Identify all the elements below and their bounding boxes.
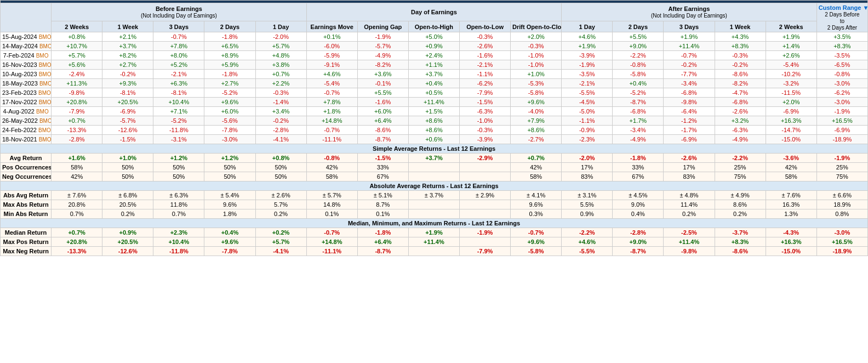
table-cell: +5.6% bbox=[52, 60, 102, 70]
table-cell: +9.0% bbox=[613, 42, 664, 51]
table-cell: 11.4% bbox=[664, 200, 715, 209]
table-cell: +4.6% bbox=[562, 32, 613, 42]
table-cell: ± 6.3% bbox=[153, 191, 204, 200]
table-cell: -4.7% bbox=[715, 88, 766, 98]
table-cell: +8.6% bbox=[511, 126, 562, 135]
table-cell: +5.5% bbox=[613, 32, 664, 42]
min-abs-row: Min Abs Return0.7%0.2%0.7%1.8%0.2%0.1%0.… bbox=[1, 209, 868, 219]
abs-avg-header: Absolute Average Returns - Last 12 Earni… bbox=[1, 182, 868, 191]
table-cell: ± 2.9% bbox=[459, 191, 510, 200]
table-cell: -2.6% bbox=[459, 42, 510, 51]
table-cell: +0.9% bbox=[102, 228, 153, 237]
table-cell: 50% bbox=[204, 172, 255, 182]
table-cell: ± 2.6% bbox=[255, 191, 306, 200]
table-cell: -0.3% bbox=[511, 42, 562, 51]
table-cell: -6.0% bbox=[306, 42, 357, 51]
table-cell: ± 4.1% bbox=[511, 191, 562, 200]
custom-range-header[interactable]: Custom Range ▼ 2 Days Beforeto2 Days Aft… bbox=[816, 3, 867, 32]
date-cell: 16-Nov-2023 BMO bbox=[1, 60, 52, 70]
table-cell: 18.9% bbox=[816, 200, 867, 209]
table-cell: 42% bbox=[766, 163, 816, 172]
table-cell: -5.5% bbox=[562, 247, 613, 256]
table-row: 26-May-2022 BMO+0.7%-5.7%-5.2%-5.6%-0.2%… bbox=[1, 116, 868, 126]
table-cell: +5.7% bbox=[255, 237, 306, 247]
avg-return-row: Avg Return+1.6%+1.0%+1.2%+1.2%+0.8%-0.8%… bbox=[1, 154, 868, 163]
table-cell: -3.9% bbox=[562, 51, 613, 60]
table-cell: -12.6% bbox=[102, 247, 153, 256]
date-cell: 7-Feb-2024 BMO bbox=[1, 51, 52, 60]
table-cell: -1.0% bbox=[511, 60, 562, 70]
table-cell: +9.6% bbox=[204, 98, 255, 107]
table-cell: 83% bbox=[562, 172, 613, 182]
custom-range-link[interactable]: Custom Range ▼ bbox=[819, 4, 868, 11]
table-cell: -5.2% bbox=[204, 88, 255, 98]
table-cell: +1.2% bbox=[204, 154, 255, 163]
table-cell: +1.9% bbox=[408, 228, 459, 237]
table-cell: -9.1% bbox=[306, 60, 357, 70]
table-cell bbox=[408, 200, 459, 209]
table-cell: -7.9% bbox=[52, 107, 102, 116]
pos-occ-row: Pos Occurrences58%50%50%50%50%42%33%42%1… bbox=[1, 163, 868, 172]
table-cell: +1.0% bbox=[102, 154, 153, 163]
table-cell: -0.3% bbox=[255, 88, 306, 98]
table-cell: -5.7% bbox=[102, 116, 153, 126]
table-cell: +6.3% bbox=[153, 79, 204, 88]
table-cell: +2.0% bbox=[511, 32, 562, 42]
table-cell: +5.9% bbox=[204, 60, 255, 70]
col-before-1d: 1 Day bbox=[255, 21, 306, 32]
max-pos-row: Max Pos Return+20.8%+20.5%+10.4%+9.6%+5.… bbox=[1, 237, 868, 247]
table-cell: +3.7% bbox=[102, 42, 153, 51]
table-cell: 0.7% bbox=[52, 209, 102, 219]
table-cell: +4.6% bbox=[562, 237, 613, 247]
table-cell: -2.0% bbox=[255, 32, 306, 42]
table-cell: ± 5.4% bbox=[204, 191, 255, 200]
table-cell: +0.6% bbox=[408, 135, 459, 144]
table-row: 15-Aug-2024 BMO+0.8%+2.1%-0.7%-1.8%-2.0%… bbox=[1, 32, 868, 42]
table-cell: -3.0% bbox=[816, 228, 867, 237]
table-cell: +7.9% bbox=[511, 116, 562, 126]
date-cell: 23-Feb-2023 BMO bbox=[1, 88, 52, 98]
table-cell: -1.4% bbox=[255, 98, 306, 107]
table-cell: -3.0% bbox=[816, 79, 867, 88]
table-cell: 0.2% bbox=[664, 209, 715, 219]
table-cell: -7.8% bbox=[204, 247, 255, 256]
table-cell: -12.6% bbox=[102, 126, 153, 135]
table-row: 10-Aug-2023 BMO-2.4%-0.2%-2.1%-1.8%+0.7%… bbox=[1, 70, 868, 79]
col-before-1w: 1 Week bbox=[102, 21, 153, 32]
table-cell: 75% bbox=[816, 172, 867, 182]
table-cell: -6.3% bbox=[715, 126, 766, 135]
table-cell: -3.1% bbox=[153, 135, 204, 144]
col-after-2w: 2 Weeks bbox=[766, 21, 816, 32]
table-cell: -3.7% bbox=[715, 228, 766, 237]
table-cell: -1.7% bbox=[664, 126, 715, 135]
col-before-3d: 3 Days bbox=[153, 21, 204, 32]
table-cell: 50% bbox=[102, 172, 153, 182]
table-cell: +2.3% bbox=[153, 228, 204, 237]
table-cell: -8.2% bbox=[357, 60, 408, 70]
table-cell: +0.5% bbox=[408, 88, 459, 98]
table-cell: +6.0% bbox=[204, 107, 255, 116]
col-drift: Drift Open-to-Close bbox=[511, 21, 562, 32]
table-cell: -0.2% bbox=[715, 60, 766, 70]
table-cell: -1.9% bbox=[816, 107, 867, 116]
table-cell: -7.8% bbox=[204, 126, 255, 135]
table-cell: -8.2% bbox=[715, 79, 766, 88]
table-cell: -7.9% bbox=[459, 247, 510, 256]
table-cell: -2.2% bbox=[562, 228, 613, 237]
table-cell: ± 3.1% bbox=[562, 191, 613, 200]
table-cell: -8.6% bbox=[357, 126, 408, 135]
table-cell: +20.8% bbox=[52, 98, 102, 107]
table-cell: +3.2% bbox=[715, 116, 766, 126]
table-cell: +8.6% bbox=[408, 116, 459, 126]
table-cell: -4.1% bbox=[255, 135, 306, 144]
table-cell: +20.5% bbox=[102, 237, 153, 247]
table-cell: -1.0% bbox=[459, 116, 510, 126]
table-cell: +0.8% bbox=[255, 154, 306, 163]
table-cell: +1.4% bbox=[766, 42, 816, 51]
table-cell: 0.2% bbox=[715, 209, 766, 219]
table-cell: 0.9% bbox=[562, 209, 613, 219]
table-cell: +3.7% bbox=[408, 154, 459, 163]
table-cell: -6.9% bbox=[816, 126, 867, 135]
table-cell: -9.8% bbox=[664, 247, 715, 256]
table-cell: ± 5.1% bbox=[357, 191, 408, 200]
